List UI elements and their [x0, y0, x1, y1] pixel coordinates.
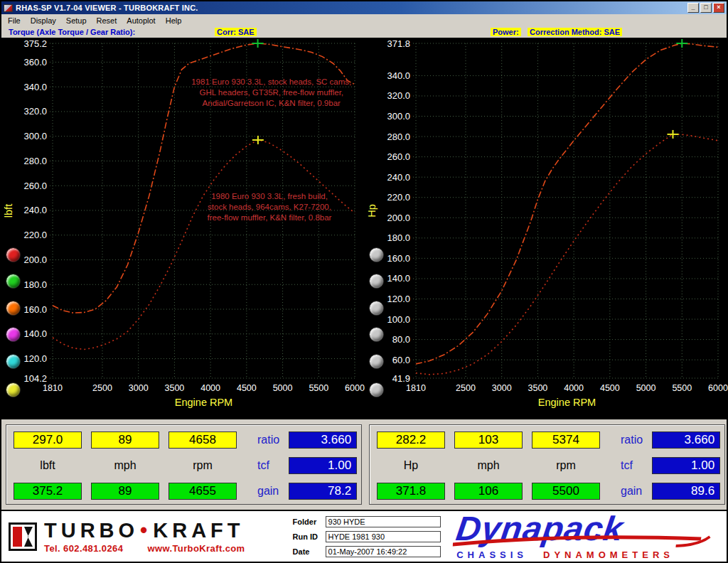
menu-help[interactable]: Help	[161, 15, 187, 26]
date-label: Date	[293, 547, 326, 556]
torque-rpm-label: rpm	[168, 459, 237, 472]
series-curve	[416, 43, 718, 364]
menu-setup[interactable]: Setup	[61, 15, 92, 26]
x-axis-label: Engine RPM	[175, 397, 232, 408]
power-chart-panel: 371.8340.0320.0300.0280.0260.0240.0220.0…	[365, 38, 728, 419]
y-tick-label: 240.0	[387, 172, 410, 183]
annotation-text: 1981 Euro 930 3.3L, stock heads, SC cams…	[191, 77, 351, 86]
power-peak-mph: 106	[454, 483, 523, 500]
y-tick-label: 320.0	[387, 90, 410, 101]
folder-field[interactable]: 930 HYDE	[326, 516, 441, 527]
torque-chart: 375.2360.0340.0320.0300.0280.0260.0240.0…	[1, 38, 365, 419]
power-gain-label: gain	[609, 485, 643, 498]
x-tick-label: 4000	[200, 383, 220, 393]
turbokraft-wordmark: TURBO•KRAFT	[44, 519, 245, 542]
annotation-text: GHL headers, GT35R, free-flow muffler,	[199, 88, 343, 97]
turbokraft-dot-icon: •	[140, 519, 151, 542]
x-tick-label: 4000	[564, 383, 584, 393]
curve-select-button-4[interactable]	[369, 354, 384, 369]
torque-cursor-rpm: 4658	[168, 431, 237, 449]
power-correction-badge: Correction Method: SAE	[528, 28, 622, 36]
y-tick-label: 220.0	[23, 230, 47, 240]
menu-file[interactable]: File	[3, 15, 26, 26]
y-tick-label: 140.0	[23, 328, 47, 339]
turbokraft-logo-block: TURBO•KRAFT Tel. 602.481.0264 www.TurboK…	[9, 519, 293, 554]
menu-display[interactable]: Display	[26, 15, 61, 26]
power-chart: 371.8340.0320.0300.0280.0260.0240.0220.0…	[365, 38, 728, 419]
folder-label: Folder	[293, 518, 326, 526]
curve-select-button-3[interactable]	[6, 327, 21, 342]
titlebar[interactable]: RHAS-SP V1.7-04 VIEWER - TURBOKRAFT INC.…	[1, 1, 727, 14]
run-info: Folder 930 HYDE Run ID HYDE 1981 930 Dat…	[293, 516, 457, 557]
torque-unit-label: lbft	[14, 459, 82, 472]
annotation-text: free-flow muffler, K&N filter, 0.8bar	[208, 213, 332, 222]
y-tick-label: 160.0	[23, 304, 47, 315]
torque-peak-mph: 89	[91, 483, 159, 500]
date-field[interactable]: 01-May-2007 16:49:22	[326, 546, 441, 557]
x-axis-label: Engine RPM	[538, 397, 596, 408]
y-tick-label: 120.0	[23, 353, 47, 364]
power-tcf-label: tcf	[609, 459, 643, 472]
run-id-label: Run ID	[293, 532, 326, 541]
power-gain-value: 89.6	[652, 483, 720, 500]
power-cursor-rpm: 5374	[532, 431, 600, 449]
curve-select-button-2[interactable]	[6, 301, 21, 316]
torque-mph-label: mph	[91, 459, 159, 472]
dynapack-tagline: CHASSIS DYNAMOMETERS	[456, 549, 674, 560]
power-cursor-value: 282.2	[377, 431, 445, 449]
curve-select-button-5[interactable]	[369, 382, 384, 397]
power-ratio-label: ratio	[609, 434, 643, 446]
run-id-field[interactable]: HYDE 1981 930	[326, 531, 441, 542]
power-peak-rpm: 5500	[532, 483, 600, 500]
x-tick-label: 1810	[43, 383, 63, 393]
y-tick-label: 240.0	[23, 205, 47, 215]
curve-select-button-2[interactable]	[369, 301, 384, 316]
power-chart-title: Power:	[491, 28, 521, 36]
curve-select-button-0[interactable]	[6, 247, 21, 262]
y-tick-label: 260.0	[387, 151, 410, 162]
menu-autoplot[interactable]: Autoplot	[122, 15, 160, 26]
torque-tcf-label: tcf	[246, 459, 279, 472]
curve-select-button-1[interactable]	[6, 274, 21, 289]
x-tick-label: 3000	[129, 383, 149, 393]
menu-reset[interactable]: Reset	[92, 15, 122, 26]
minimize-icon[interactable]: _	[687, 3, 699, 13]
app-window: RHAS-SP V1.7-04 VIEWER - TURBOKRAFT INC.…	[0, 0, 728, 563]
annotation-text: stock heads, 964cams, K27-7200,	[208, 203, 331, 211]
power-rpm-label: rpm	[532, 459, 600, 472]
y-tick-label: 180.0	[387, 232, 410, 243]
y-tick-label: 200.0	[387, 213, 410, 223]
y-axis-label: Hp	[366, 204, 378, 218]
window-title: RHAS-SP V1.7-04 VIEWER - TURBOKRAFT INC.	[16, 4, 686, 12]
curve-select-button-5[interactable]	[6, 382, 21, 397]
x-tick-label: 5500	[309, 383, 328, 393]
y-tick-label: 220.0	[387, 192, 410, 203]
torque-peak-rpm: 4655	[168, 483, 237, 500]
y-tick-label: 300.0	[23, 131, 47, 141]
y-tick-label: 140.0	[387, 273, 410, 284]
torque-gain-label: gain	[246, 485, 279, 498]
turbokraft-website[interactable]: www.TurboKraft.com	[147, 543, 245, 554]
power-mph-label: mph	[454, 459, 523, 472]
torque-cursor-mph: 89	[91, 431, 159, 449]
y-tick-label: 280.0	[23, 156, 47, 166]
close-icon[interactable]: ×	[713, 3, 724, 13]
curve-select-button-4[interactable]	[6, 354, 21, 369]
curve-select-button-1[interactable]	[369, 274, 384, 289]
maximize-icon[interactable]: □	[700, 3, 712, 13]
x-tick-label: 3500	[165, 383, 185, 393]
power-data-panel: 282.2 103 5374 ratio 3.660 Hp mph rpm tc…	[369, 424, 725, 505]
power-cursor-mph: 103	[454, 431, 523, 449]
y-tick-label: 180.0	[23, 279, 47, 290]
curve-select-button-0[interactable]	[369, 247, 384, 262]
dynapack-swoosh-icon	[449, 535, 713, 548]
x-tick-label: 6000	[708, 383, 728, 393]
y-tick-label: 160.0	[387, 253, 410, 264]
app-icon	[4, 4, 13, 12]
torque-correction-badge: Corr: SAE	[215, 28, 257, 36]
torque-tcf-value: 1.00	[289, 457, 357, 474]
y-tick-label: 60.0	[392, 355, 410, 365]
curve-select-button-3[interactable]	[369, 327, 384, 342]
torque-peak-value: 375.2	[14, 483, 82, 500]
x-tick-label: 2500	[456, 383, 476, 393]
